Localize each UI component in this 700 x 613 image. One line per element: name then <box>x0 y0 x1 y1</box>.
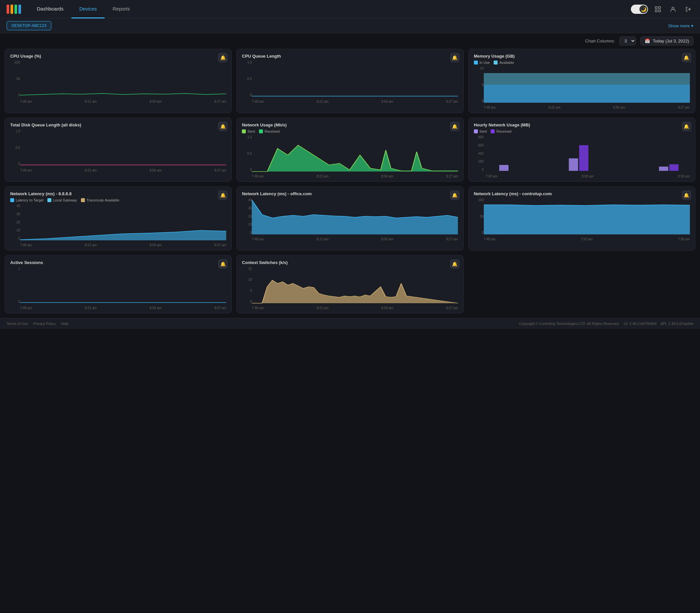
alert-bell-button[interactable]: 🔔 <box>218 191 227 200</box>
legend-item-received: Received <box>259 129 280 133</box>
chart-area: 1.0 0.5 0 7:48 am 8:21 am 8:54 am 9:27 a… <box>242 61 458 103</box>
calendar-icon: 📅 <box>645 39 650 43</box>
chart-area: 10 5 0 7:48 am 8:21 am 8:54 am 9:27 am <box>474 66 690 109</box>
chart-plot <box>484 135 690 171</box>
footer: Terms of Use Privacy Policy Help Copyrig… <box>0 318 700 329</box>
svg-marker-7 <box>252 145 458 171</box>
svg-marker-13 <box>20 231 226 240</box>
chart-plot <box>484 198 690 234</box>
chart-legend: Sent Received <box>474 129 690 133</box>
svg-rect-1 <box>659 6 661 9</box>
chart-card-latency-8888: Network Latency (ms) - 8.8.8.8 🔔 Latency… <box>4 186 232 250</box>
chart-card-cpu-queue: CPU Queue Length 🔔 1.0 0.5 0 7:48 am 8:2… <box>236 49 463 113</box>
logo-bar-green <box>14 4 17 14</box>
navbar: Dashboards Devices Reports 🌙 <box>0 0 700 18</box>
nav-devices[interactable]: Devices <box>71 0 105 18</box>
chart-area: 1 0 7:48 am 8:21 am 8:54 am 9:27 am <box>10 267 226 310</box>
chart-legend: Sent Received <box>242 129 458 133</box>
chart-title: Memory Usage (GB) <box>474 54 690 58</box>
chart-plot <box>252 61 458 97</box>
chart-title: Network Latency (ms) - office.com <box>242 191 458 196</box>
x-labels: 7:48 am 8:21 am 8:54 am 9:27 am <box>484 106 690 109</box>
chart-plot <box>252 198 458 234</box>
chart-plot <box>484 66 690 103</box>
legend-item-in-use: In Use <box>474 61 490 65</box>
legend-item-sent: Sent <box>242 129 255 133</box>
chart-title: Network Latency (ms) - 8.8.8.8 <box>10 191 226 196</box>
grid-icon-button[interactable] <box>652 4 663 14</box>
svg-rect-10 <box>579 145 588 171</box>
x-labels: 7:48 am 8:21 am 8:54 am 9:27 am <box>252 100 458 103</box>
y-labels: 1.0 0.5 0 <box>242 61 252 97</box>
chart-plot <box>20 267 226 303</box>
chart-area: 15 10 5 0 7:48 am 8:21 am 8:54 am 9:27 a… <box>242 267 458 310</box>
x-labels: 7:48 am 8:21 am 8:54 am 9:27 am <box>20 100 226 103</box>
alert-bell-button[interactable]: 🔔 <box>682 53 691 62</box>
x-labels: 7:48 am 8:21 am 8:54 am 9:27 am <box>252 237 458 241</box>
x-labels: 7:48 am 8:21 am 8:54 am 9:27 am <box>20 169 226 172</box>
legend-item-available: Available <box>494 61 514 65</box>
legend-item-gateway: Local Gateway <box>48 198 77 202</box>
y-labels: 800 600 400 200 0 <box>474 135 484 171</box>
footer-center: Copyright © ControlUp Technologies LTD. … <box>519 322 694 326</box>
x-labels: 7:48 am 8:21 am 8:54 am 9:27 am <box>252 306 458 310</box>
chart-title: CPU Queue Length <box>242 54 458 58</box>
help-link[interactable]: Help <box>61 322 68 326</box>
user-icon-button[interactable] <box>668 4 678 14</box>
y-labels: 1.0 0.5 0 <box>242 135 252 171</box>
columns-label: Chart Columns: <box>585 39 615 43</box>
nav-reports[interactable]: Reports <box>105 0 138 18</box>
svg-rect-8 <box>499 165 509 171</box>
legend-item-sent: Sent <box>474 129 487 133</box>
chart-plot <box>20 61 226 97</box>
show-more-button[interactable]: Show more ▾ <box>668 23 694 28</box>
svg-rect-12 <box>669 164 678 171</box>
logo-bar-orange <box>11 4 13 14</box>
legend-color <box>242 129 246 133</box>
legend-color <box>491 129 494 133</box>
chart-area: 40 30 20 10 0 7:48 am 8:21 am 8:54 am 9:… <box>242 198 458 241</box>
terms-link[interactable]: Terms of Use <box>6 322 28 326</box>
chart-card-hourly-network: Hourly Network Usage (MB) 🔔 Sent Receive… <box>468 118 696 182</box>
privacy-link[interactable]: Privacy Policy <box>33 322 56 326</box>
date-picker[interactable]: 📅 Today (Jul 3, 2022) <box>640 37 694 45</box>
chart-card-context-switches: Context Switches (k/s) 🔔 15 10 5 0 7:48 … <box>236 255 463 313</box>
chart-card-memory: Memory Usage (GB) 🔔 In Use Available 10 … <box>468 49 696 113</box>
svg-rect-11 <box>659 167 668 171</box>
chart-area: 1.0 0.5 0 7:48 am 8:21 am 8:54 am 9:27 a… <box>242 135 458 178</box>
chart-area: 800 600 400 200 0 7:00 am <box>474 135 690 178</box>
chart-plot <box>252 267 458 303</box>
chart-controls: Chart Columns: 321 📅 Today (Jul 3, 2022) <box>0 33 700 49</box>
device-bar: DESKTOP-ABC123 Show more ▾ <box>0 18 700 33</box>
logout-icon-button[interactable] <box>683 4 694 14</box>
footer-links: Terms of Use Privacy Policy Help <box>6 322 68 326</box>
chart-card-active-sessions: Active Sessions 🔔 1 0 7:48 am 8:21 am 8:… <box>4 255 232 313</box>
alert-bell-button[interactable]: 🔔 <box>682 122 691 131</box>
legend-color <box>48 198 51 202</box>
chart-grid: CPU Usage (%) 🔔 100 50 0 7:48 am 8:21 am… <box>0 49 700 318</box>
x-labels: 7:00 am 8:00 am 9:00 am <box>486 174 690 178</box>
legend-color <box>259 129 263 133</box>
legend-color <box>494 61 498 65</box>
theme-toggle[interactable]: 🌙 <box>631 4 648 14</box>
svg-marker-15 <box>484 205 690 234</box>
y-labels: 40 30 20 10 0 <box>242 198 252 234</box>
y-labels: 100 50 0 <box>474 198 484 234</box>
alert-bell-button[interactable]: 🔔 <box>450 122 459 131</box>
chart-plot <box>252 135 458 171</box>
svg-marker-6 <box>484 73 690 84</box>
svg-marker-16 <box>252 280 458 303</box>
chart-columns-select[interactable]: 321 <box>619 37 636 45</box>
nav-dashboards[interactable]: Dashboards <box>29 0 71 18</box>
chart-card-network-usage: Network Usage (Mb/s) 🔔 Sent Received 1.0… <box>236 118 463 182</box>
svg-rect-9 <box>569 158 578 171</box>
y-labels: 100 50 0 <box>10 61 20 97</box>
chart-card-latency-office: Network Latency (ms) - office.com 🔔 40 3… <box>236 186 463 250</box>
x-labels: 7:48 am 8:21 am 8:54 am 9:27 am <box>20 243 226 247</box>
x-labels: 7:48 am 7:52 am 7:56 am <box>484 237 690 241</box>
chart-title: Active Sessions <box>10 260 226 265</box>
chart-title: Total Disk Queue Length (all disks) <box>10 122 226 127</box>
chart-title: CPU Usage (%) <box>10 54 226 58</box>
chevron-down-icon: ▾ <box>691 23 694 28</box>
device-chip[interactable]: DESKTOP-ABC123 <box>6 21 51 30</box>
